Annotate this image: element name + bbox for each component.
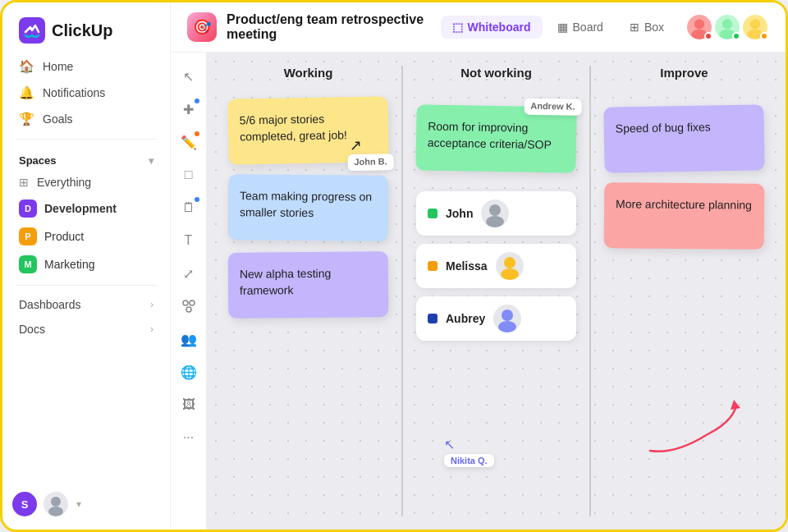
sidebar-notifications-label: Notifications <box>43 86 105 99</box>
sticky-working-2-text: Team making progress on smaller stories <box>240 189 372 219</box>
dev-dot: D <box>19 200 37 218</box>
tool-dot-blue2 <box>195 197 199 202</box>
sticky-improve-2[interactable]: More architecture planning <box>604 182 765 250</box>
sidebar-item-goals[interactable]: 🏆 Goals <box>9 106 163 132</box>
sidebar-item-notifications[interactable]: 🔔 Notifications <box>9 80 163 106</box>
sticky-improve-1-text: Speed of bug fixes <box>616 120 711 135</box>
tab-whiteboard[interactable]: ⬚ Whiteboard <box>441 16 543 39</box>
people-list: John Melissa <box>416 191 576 341</box>
tab-board[interactable]: ▦ Board <box>546 16 615 39</box>
tool-select[interactable]: ↖ <box>175 62 203 90</box>
tool-pen[interactable]: ✏️ <box>175 128 203 156</box>
column-not-working-header: Not working <box>416 66 576 86</box>
sticky-working-1-text: 5/6 major stories completed, great job! <box>240 112 347 144</box>
sidebar-item-everything[interactable]: ⊞ Everything <box>9 170 163 195</box>
tool-text[interactable]: T <box>175 227 203 255</box>
sticky-working-2[interactable]: Team making progress on smaller stories <box>228 174 389 241</box>
avatar-group <box>685 13 769 41</box>
sidebar-item-home[interactable]: 🏠 Home <box>9 53 163 80</box>
status-dot-3 <box>760 32 768 40</box>
svg-point-12 <box>489 204 501 216</box>
sidebar-home-label: Home <box>43 60 73 73</box>
sidebar-item-development[interactable]: D Development <box>9 195 163 222</box>
meeting-title: Product/eng team retrospective meeting <box>227 12 431 42</box>
tool-group[interactable] <box>175 292 203 320</box>
tab-box[interactable]: ⊞ Box <box>618 16 676 39</box>
sticky-working-3[interactable]: New alpha testing framework <box>228 251 389 319</box>
dashboards-chevron: › <box>150 299 153 310</box>
status-dot-1 <box>704 32 712 40</box>
user-avatar-photo <box>44 492 68 516</box>
svg-point-7 <box>750 19 760 29</box>
tool-connector[interactable]: ⤢ <box>175 259 203 287</box>
sidebar-nav: 🏠 Home 🔔 Notifications 🏆 Goals <box>2 53 170 132</box>
divider-1 <box>16 139 157 140</box>
sticky-nw-1[interactable]: Andrew K. Room for improving acceptance … <box>415 104 576 172</box>
status-dot-2 <box>732 32 740 40</box>
person-john: John <box>416 191 576 236</box>
tool-image[interactable]: 🖼 <box>175 391 203 419</box>
tool-dot-orange <box>195 131 199 136</box>
box-icon: ⊞ <box>630 21 639 34</box>
everything-label: Everything <box>37 176 91 189</box>
spaces-nav: ⊞ Everything D Development P Product M M… <box>2 170 170 278</box>
column-not-working: Not working Andrew K. Room for improving… <box>403 66 591 516</box>
sidebar: ClickUp 🏠 Home 🔔 Notifications 🏆 Goals S… <box>2 2 171 530</box>
canvas-area: ↖ ✚ ✏️ □ 🗒 T ⤢ 👥 🌐 🖼 ··· <box>171 53 786 530</box>
chevron-icon: ▾ <box>149 155 153 167</box>
sticky-nw-author-top: Andrew K. <box>524 99 582 116</box>
svg-point-14 <box>504 257 515 268</box>
dashboards-label: Dashboards <box>19 298 81 311</box>
svg-point-5 <box>722 19 732 29</box>
sidebar-item-marketing[interactable]: M Marketing <box>9 250 163 278</box>
sidebar-item-dashboards[interactable]: Dashboards › <box>9 292 163 317</box>
meeting-icon: 🎯 <box>187 12 217 42</box>
marketing-label: Marketing <box>44 258 94 271</box>
cursor-nikita-wrap: ↖ Nikita Q. <box>444 437 494 467</box>
board-icon: ▦ <box>557 21 568 34</box>
tool-shape[interactable]: □ <box>175 161 203 189</box>
marketing-dot: M <box>19 255 37 273</box>
avatar-3-wrap <box>741 13 769 41</box>
svg-point-2 <box>48 507 63 516</box>
user-avatar-s: S <box>12 492 37 516</box>
app-name: ClickUp <box>52 21 112 40</box>
svg-point-3 <box>694 19 704 29</box>
person-john-name: John <box>446 207 473 220</box>
svg-point-13 <box>486 216 504 227</box>
svg-marker-18 <box>731 400 740 410</box>
sticky-improve-2-text: More architecture planning <box>616 197 752 211</box>
svg-point-11 <box>186 307 191 312</box>
person-aubrey-name: Aubrey <box>446 312 485 325</box>
dot-melissa <box>428 261 438 271</box>
toolbar: ↖ ✚ ✏️ □ 🗒 T ⤢ 👥 🌐 🖼 ··· <box>171 53 207 530</box>
spaces-section: Spaces ▾ <box>2 146 170 170</box>
divider-2 <box>16 285 157 286</box>
sticky-working-1-author: John B. <box>347 154 394 171</box>
bottom-nav: Dashboards › Docs › <box>2 292 170 342</box>
docs-chevron: › <box>150 323 153 335</box>
column-improve: Improve ↖ Speed of bug fixes More archit… <box>591 66 777 516</box>
development-label: Development <box>44 202 117 215</box>
grid-icon: ⊞ <box>19 176 29 189</box>
logo: ClickUp <box>2 2 170 53</box>
tool-globe[interactable]: 🌐 <box>175 358 203 386</box>
sticky-improve-1[interactable]: Speed of bug fixes <box>603 104 764 172</box>
sidebar-item-product[interactable]: P Product <box>9 222 163 250</box>
tool-more[interactable]: ··· <box>175 424 203 452</box>
dot-aubrey <box>428 314 438 323</box>
tool-users[interactable]: 👥 <box>175 325 203 353</box>
tool-note[interactable]: 🗒 <box>175 194 203 222</box>
person-aubrey: Aubrey <box>416 296 576 341</box>
column-improve-header: Improve <box>604 66 764 86</box>
sticky-working-1[interactable]: 5/6 major stories completed, great job! … <box>227 96 388 164</box>
product-dot: P <box>19 227 37 245</box>
sidebar-item-docs[interactable]: Docs › <box>9 317 163 342</box>
svg-point-16 <box>502 310 513 321</box>
svg-point-15 <box>501 268 519 280</box>
trophy-icon: 🏆 <box>19 112 34 126</box>
tool-add[interactable]: ✚ <box>175 95 203 123</box>
svg-point-1 <box>51 497 61 507</box>
home-icon: 🏠 <box>19 59 34 74</box>
sidebar-goals-label: Goals <box>43 112 73 126</box>
